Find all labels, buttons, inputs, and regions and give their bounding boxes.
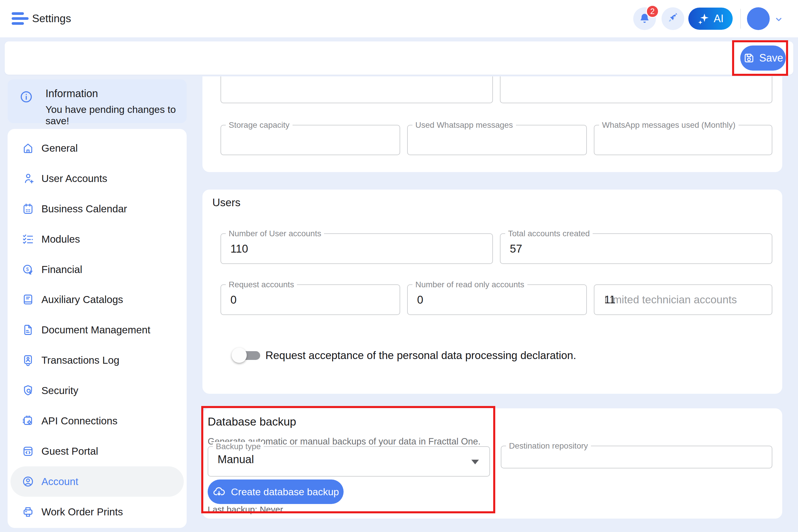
- document-icon: [22, 323, 34, 336]
- dollar-coin-icon: $: [22, 263, 34, 276]
- users-card-title: Users: [212, 196, 241, 209]
- receipt-person-icon: [22, 354, 34, 367]
- info-icon: [19, 90, 33, 105]
- number-of-user-accounts-field[interactable]: Number of User accounts 110: [221, 233, 493, 264]
- data-processing-toggle-label: Request acceptance of the personal data …: [265, 349, 576, 362]
- total-accounts-created-label: Total accounts created: [505, 229, 593, 238]
- request-accounts-label: Request accounts: [226, 280, 297, 289]
- info-banner: Information You have pending changes to …: [7, 79, 187, 123]
- clipped-field-2[interactable]: [500, 76, 772, 103]
- user-plus-icon: [22, 172, 34, 185]
- calendar-icon: [22, 203, 34, 215]
- users-card: Users Number of User accounts 110 Total …: [203, 190, 782, 394]
- ai-sparkle-icon: [697, 12, 710, 25]
- svg-text:$: $: [26, 266, 29, 272]
- book-icon: [22, 293, 34, 306]
- window-code-icon: [22, 445, 34, 458]
- chip-gear-icon: [22, 415, 34, 427]
- sidebar-item-security[interactable]: Security: [7, 375, 187, 406]
- cloud-download-icon: [212, 485, 226, 498]
- storage-capacity-field[interactable]: Storage capacity: [221, 125, 400, 155]
- database-backup-card: Database backup Generate automatic or ma…: [203, 408, 782, 518]
- number-of-user-accounts-value: 110: [230, 243, 248, 255]
- sidebar-item-general[interactable]: General: [7, 133, 187, 163]
- used-whatsapp-messages-field[interactable]: Used Whatsapp messages: [407, 125, 587, 155]
- backup-type-label: Backup type: [213, 442, 264, 451]
- dropdown-arrow-icon: [471, 460, 479, 464]
- limited-technician-accounts-value: 11: [604, 294, 615, 306]
- account-limits-card: Storage capacity Used Whatsapp messages …: [203, 76, 782, 172]
- read-only-accounts-field[interactable]: Number of read only accounts 0: [407, 284, 587, 315]
- chevron-down-icon[interactable]: [774, 14, 784, 24]
- save-icon: [743, 52, 755, 64]
- whatsapp-monthly-field[interactable]: WhatsApp messages used (Monthly): [594, 125, 772, 155]
- person-circle-icon: [22, 475, 34, 488]
- limited-technician-accounts-field[interactable]: Limited technician accounts 11: [594, 284, 772, 315]
- home-icon: [22, 142, 34, 155]
- database-backup-title: Database backup: [208, 415, 296, 428]
- rocket-icon: [666, 12, 679, 25]
- header-divider: [740, 9, 741, 28]
- limited-technician-accounts-placeholder: Limited technician accounts: [604, 294, 737, 306]
- request-accounts-field[interactable]: Request accounts 0: [221, 284, 400, 315]
- info-banner-message: You have pending changes to save!: [45, 104, 187, 127]
- sidebar-item-document-management[interactable]: Document Management: [7, 315, 187, 345]
- sidebar-item-transactions-log[interactable]: Transactions Log: [7, 345, 187, 375]
- create-database-backup-button[interactable]: Create database backup: [208, 479, 344, 504]
- notification-badge: 2: [646, 5, 659, 18]
- sidebar-item-financial[interactable]: $ Financial: [7, 254, 187, 285]
- action-toolbar: Save: [5, 41, 793, 75]
- sidebar-item-account[interactable]: Account: [11, 467, 184, 497]
- total-accounts-created-field[interactable]: Total accounts created 57: [500, 233, 772, 264]
- app-header: Settings 2 AI: [0, 0, 798, 37]
- sidebar-item-api-connections[interactable]: API Connections: [7, 406, 187, 436]
- notifications-button[interactable]: 2: [633, 7, 656, 30]
- ai-label: AI: [714, 13, 724, 25]
- data-processing-toggle[interactable]: [232, 346, 264, 365]
- save-button[interactable]: Save: [740, 45, 786, 71]
- save-label: Save: [759, 52, 783, 64]
- backup-type-value: Manual: [217, 453, 254, 466]
- shield-search-icon: [22, 384, 34, 397]
- whatsapp-monthly-label: WhatsApp messages used (Monthly): [599, 120, 739, 130]
- sidebar-item-auxiliary-catalogs[interactable]: Auxiliary Catalogs: [7, 284, 187, 315]
- clipped-field-1[interactable]: [221, 76, 493, 103]
- sidebar-item-guest-portal[interactable]: Guest Portal: [7, 436, 187, 467]
- backup-type-select[interactable]: Backup type Manual: [208, 446, 490, 477]
- toggle-thumb: [232, 348, 247, 363]
- destination-repository-label: Destination repository: [506, 441, 591, 451]
- rocket-button[interactable]: [662, 7, 684, 30]
- sidebar-item-modules[interactable]: Modules: [7, 224, 187, 254]
- sidebar-item-work-order-prints[interactable]: Work Order Prints: [7, 497, 187, 527]
- settings-sidebar: General User Accounts Business Calendar …: [7, 129, 187, 528]
- page-title: Settings: [32, 0, 71, 37]
- last-backup-status: Last backup: Never: [208, 505, 283, 514]
- create-database-backup-label: Create database backup: [231, 486, 339, 498]
- used-whatsapp-messages-label: Used Whatsapp messages: [413, 120, 516, 130]
- request-accounts-value: 0: [230, 294, 236, 306]
- number-of-user-accounts-label: Number of User accounts: [226, 229, 324, 238]
- total-accounts-created-value: 57: [510, 243, 522, 255]
- storage-capacity-label: Storage capacity: [226, 120, 292, 130]
- printer-icon: [22, 506, 34, 518]
- read-only-accounts-value: 0: [417, 294, 423, 306]
- ai-button[interactable]: AI: [688, 7, 733, 30]
- info-banner-title: Information: [45, 88, 98, 100]
- avatar[interactable]: [747, 7, 770, 30]
- read-only-accounts-label: Number of read only accounts: [413, 280, 527, 289]
- checklist-icon: [22, 233, 34, 246]
- sidebar-item-user-accounts[interactable]: User Accounts: [7, 163, 187, 194]
- sidebar-item-business-calendar[interactable]: Business Calendar: [7, 194, 187, 224]
- menu-icon[interactable]: [12, 12, 28, 25]
- destination-repository-field[interactable]: Destination repository: [501, 446, 772, 469]
